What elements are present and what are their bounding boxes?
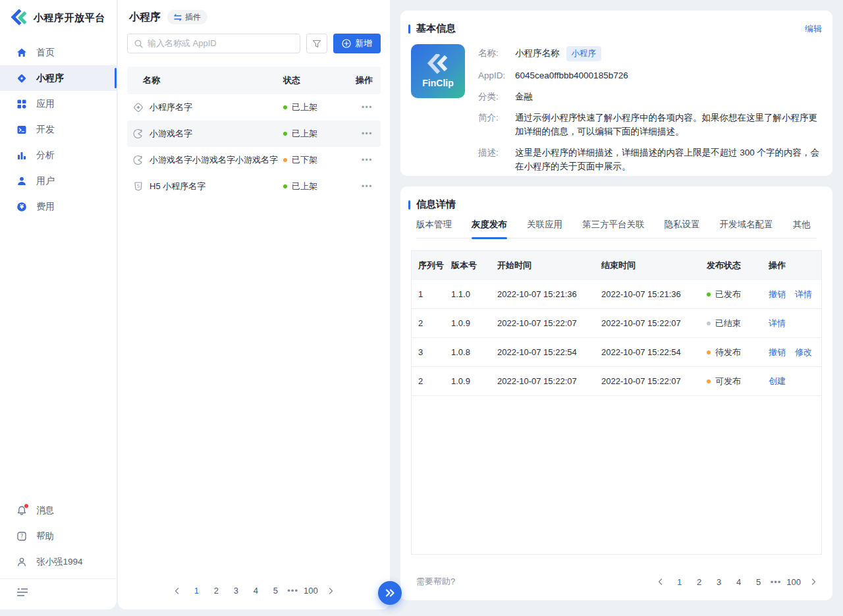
release-row: 2 1.0.9 2022-10-07 15:22:07 2022-10-07 1… (412, 367, 821, 396)
revoke-link[interactable]: 撤销 (769, 289, 786, 300)
tab-other[interactable]: 其他 (793, 219, 811, 238)
tab-version-management[interactable]: 版本管理 (416, 219, 452, 238)
bar-chart-icon (16, 150, 27, 161)
game-pacman-icon (132, 154, 144, 166)
sidebar: 小程序开放平台 首页 小程序 应用 开发 (0, 0, 117, 609)
detail-link[interactable]: 详情 (769, 318, 786, 329)
page-number[interactable]: 1 (188, 584, 204, 598)
edit-link[interactable]: 编辑 (805, 23, 822, 35)
status-dot (707, 350, 711, 354)
page-number[interactable]: 1 (672, 575, 688, 589)
release-row: 3 1.0.8 2022-10-07 15:22:54 2022-10-07 1… (412, 338, 821, 367)
sidebar-footer: 消息 ? 帮助 张小强1994 (0, 497, 117, 609)
prev-page-icon[interactable] (170, 586, 184, 596)
page-number[interactable]: 3 (711, 575, 727, 589)
status-text: 已上架 (292, 181, 317, 192)
terminal-icon (16, 125, 27, 135)
page-number-last[interactable]: 100 (302, 584, 319, 598)
funnel-icon (312, 40, 321, 48)
sidebar-item-home[interactable]: 首页 (0, 40, 117, 65)
detail-link[interactable]: 详情 (795, 289, 812, 300)
search-input[interactable]: 输入名称或 AppID (127, 34, 300, 53)
table-row[interactable]: 小游戏名字 已上架 ••• (127, 121, 381, 147)
need-help-link[interactable]: 需要帮助? (416, 576, 455, 588)
row-more-button[interactable]: ••• (352, 129, 381, 138)
page-number[interactable]: 4 (731, 575, 747, 589)
miniapp-icon (16, 73, 27, 84)
pagination-ellipsis[interactable]: ••• (287, 586, 298, 596)
detail-pagination: 1 2 3 4 5 ••• 100 (653, 575, 821, 589)
pagination-ellipsis[interactable]: ••• (771, 577, 782, 587)
status-dot (707, 322, 711, 325)
plugin-switch-pill[interactable]: 插件 (167, 10, 207, 24)
sidebar-item-messages[interactable]: 消息 (0, 497, 117, 523)
page-number[interactable]: 3 (228, 584, 244, 598)
release-table: 序列号 版本号 开始时间 结束时间 发布状态 操作 1 1.1.0 2022-1… (411, 250, 822, 555)
expand-panel-button[interactable] (378, 581, 402, 605)
row-more-button[interactable]: ••• (352, 155, 381, 165)
sidebar-item-dev[interactable]: 开发 (0, 117, 117, 142)
detail-tabs: 版本管理 灰度发布 关联应用 第三方平台关联 隐私设置 开发域名配置 其他 (416, 219, 817, 238)
page-number[interactable]: 2 (692, 575, 707, 589)
plus-circle-icon (342, 39, 351, 48)
field-name: 名称: 小程序名称小程序 (478, 46, 822, 61)
menu-fold-icon (16, 588, 28, 597)
search-icon (134, 40, 143, 48)
revoke-link[interactable]: 撤销 (769, 347, 786, 358)
field-description: 描述: 这里是小程序的详细描述，详细描述的内容上限是不超过 300 个字的内容，… (478, 146, 822, 173)
page-number[interactable]: 4 (248, 584, 263, 598)
field-summary: 简介: 通过示例小程序快速了解小程序中的各项内容。如果你想在这里了解小程序更加详… (478, 111, 822, 138)
filter-button[interactable] (306, 34, 327, 53)
field-category: 分类: 金融 (478, 90, 822, 103)
sidebar-item-account[interactable]: 张小强1994 (0, 549, 117, 574)
sidebar-item-users[interactable]: 用户 (0, 168, 117, 194)
info-detail-card: 信息详情 版本管理 灰度发布 关联应用 第三方平台关联 隐私设置 开发域名配置 … (400, 186, 832, 600)
basic-info-title: 基本信息 (416, 22, 456, 35)
prev-page-icon[interactable] (653, 576, 668, 587)
app-logo-text: FinClip (422, 78, 453, 88)
create-link[interactable]: 创建 (769, 376, 786, 387)
h5-shield-icon: 5 (132, 181, 144, 192)
miniapp-diamond-icon (132, 101, 144, 113)
tab-third-party[interactable]: 第三方平台关联 (582, 219, 645, 238)
table-row[interactable]: 5 H5 小程序名字 已上架 ••• (127, 173, 381, 200)
account-icon (16, 557, 27, 567)
table-row[interactable]: 小程序名字 已上架 ••• (127, 94, 381, 121)
finclip-app-logo: FinClip (411, 44, 465, 98)
table-header: 名称 状态 操作 (127, 67, 381, 94)
page-number-last[interactable]: 100 (785, 575, 802, 589)
row-more-button[interactable]: ••• (352, 182, 381, 191)
status-dot (707, 293, 711, 296)
swap-arrows-icon (174, 14, 182, 21)
table-row[interactable]: 小游戏名字小游戏名字小游戏名字 已下架 ••• (127, 147, 381, 173)
bell-icon (16, 505, 27, 516)
collapse-sidebar-button[interactable] (0, 579, 117, 605)
page-number[interactable]: 2 (208, 584, 224, 598)
row-more-button[interactable]: ••• (352, 103, 381, 112)
sidebar-item-analytics[interactable]: 分析 (0, 142, 117, 168)
modify-link[interactable]: 修改 (795, 347, 812, 358)
sidebar-item-help[interactable]: ? 帮助 (0, 523, 117, 549)
sidebar-item-miniapp[interactable]: 小程序 (0, 65, 117, 91)
finclip-chevron-icon (427, 54, 449, 74)
page-number[interactable]: 5 (751, 575, 767, 589)
user-icon (16, 176, 27, 186)
add-button[interactable]: 新增 (333, 34, 381, 53)
page-number[interactable]: 5 (267, 584, 283, 598)
double-chevron-right-icon (385, 589, 395, 597)
sidebar-item-apps[interactable]: 应用 (0, 91, 117, 117)
status-text: 已下架 (292, 154, 317, 166)
next-page-icon[interactable] (323, 586, 338, 596)
sidebar-item-billing[interactable]: ¥ 费用 (0, 194, 117, 219)
tab-linked-apps[interactable]: 关联应用 (527, 219, 562, 238)
tab-gray-release[interactable]: 灰度发布 (472, 219, 507, 238)
status-dot (283, 105, 287, 109)
tab-privacy[interactable]: 隐私设置 (665, 219, 700, 238)
status-text: 已上架 (292, 128, 317, 140)
release-row: 1 1.1.0 2022-10-07 15:21:36 2022-10-07 1… (412, 280, 821, 309)
tab-dev-domain[interactable]: 开发域名配置 (720, 219, 773, 238)
next-page-icon[interactable] (806, 576, 821, 587)
miniapp-list-panel: 小程序 插件 输入名称或 AppID (118, 0, 390, 609)
status-dot (283, 132, 287, 136)
detail-column: 基本信息 编辑 FinClip 名称: 小程序名称小程序 AppID: 6045… (400, 0, 832, 600)
